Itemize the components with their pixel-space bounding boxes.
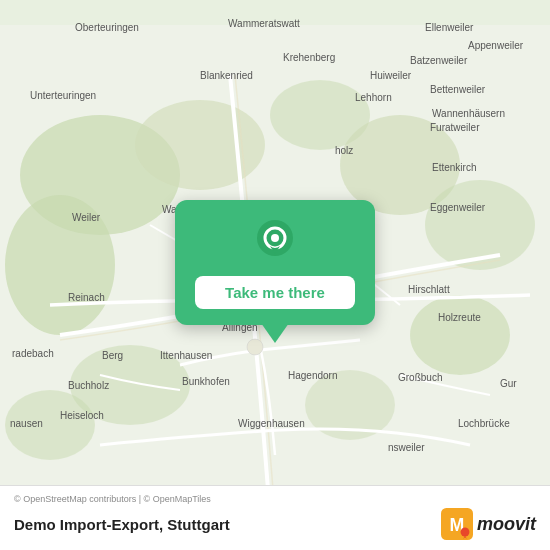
label-hirschlatt: Hirschlatt (408, 284, 450, 295)
label-berg: Berg (102, 350, 123, 361)
label-appenweiler: Appenweiler (468, 40, 523, 51)
label-wiggenhausen: Wiggenhausen (238, 418, 305, 429)
popup-card: Take me there (175, 200, 375, 325)
label-gur: Gur (500, 378, 517, 389)
label-bunkhofen: Bunkhofen (182, 376, 230, 387)
label-weiler: Weiler (72, 212, 100, 223)
moovit-icon-svg: M (441, 508, 473, 540)
map-container: Oberteuringen Wammeratswatt Ellenweiler … (0, 0, 550, 550)
label-oberteuringen: Oberteuringen (75, 22, 139, 33)
label-huiweiler: Huiweiler (370, 70, 411, 81)
bottom-bar: © OpenStreetMap contributors | © OpenMap… (0, 485, 550, 550)
location-name: Demo Import-Export, Stuttgart (14, 516, 230, 533)
label-grossbuch: Großbuch (398, 372, 442, 383)
label-holzreute: Holzreute (438, 312, 481, 323)
svg-point-15 (271, 234, 279, 242)
moovit-logo: M moovit (441, 508, 536, 540)
pin-icon (251, 218, 299, 266)
label-snsweiler: nsweiler (388, 442, 425, 453)
label-radebach: radebach (12, 348, 54, 359)
label-lehhorn: Lehhorn (355, 92, 392, 103)
take-me-there-button[interactable]: Take me there (195, 276, 355, 309)
label-wammeratswatt: Wammeratswatt (228, 18, 300, 29)
moovit-brand-text: moovit (477, 514, 536, 535)
label-krehenberg: Krehenberg (283, 52, 335, 63)
bottom-info: Demo Import-Export, Stuttgart M moovit (14, 508, 536, 540)
label-lochbrucke: Lochbrücke (458, 418, 510, 429)
label-reinach: Reinach (68, 292, 105, 303)
label-batzenweiler: Batzenweiler (410, 55, 467, 66)
label-heiseloch: Heiseloch (60, 410, 104, 421)
label-hagendorn: Hagendorn (288, 370, 337, 381)
label-wannenhausern: Wannenhäusern (432, 108, 505, 119)
label-nausen: nausen (10, 418, 43, 429)
attribution-text: © OpenStreetMap contributors | © OpenMap… (14, 494, 536, 504)
svg-point-7 (410, 295, 510, 375)
label-eggenweiler: Eggenweiler (430, 202, 485, 213)
label-unterteuringen: Unterteuringen (30, 90, 96, 101)
label-buchholz: Buchholz (68, 380, 109, 391)
label-furatweiler: Furatweiler (430, 122, 479, 133)
label-ellenweiler: Ellenweiler (425, 22, 473, 33)
label-holz: holz (335, 145, 353, 156)
label-bettenweiler: Bettenweiler (430, 84, 485, 95)
svg-point-18 (461, 528, 470, 537)
label-ettenkirch: Ettenkirch (432, 162, 476, 173)
label-ittenhausen: Ittenhausen (160, 350, 212, 361)
label-blankenried: Blankenried (200, 70, 253, 81)
